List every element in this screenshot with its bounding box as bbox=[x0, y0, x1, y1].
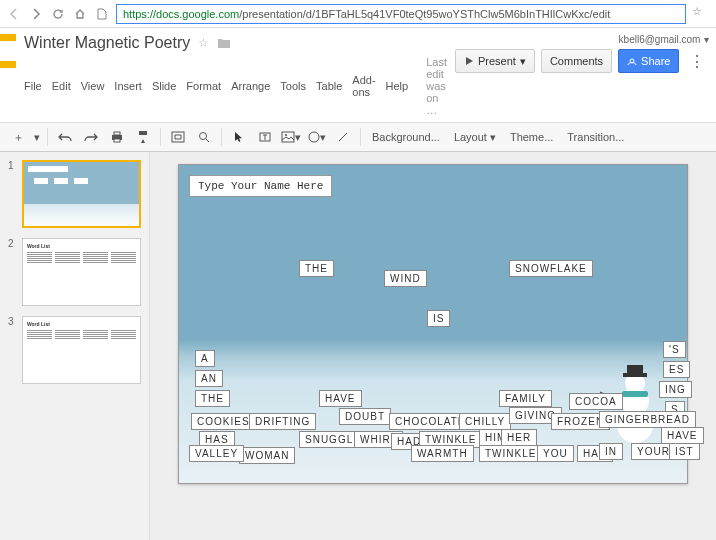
slide-panel[interactable]: 1 2 Word List 3 Word List bbox=[0, 152, 150, 540]
word-tile[interactable]: TWINKLE bbox=[479, 445, 542, 462]
menu-view[interactable]: View bbox=[81, 80, 105, 92]
word-tile[interactable]: ES bbox=[663, 361, 690, 378]
word-tile[interactable]: WOMAN bbox=[239, 447, 295, 464]
word-tile[interactable]: ING bbox=[659, 381, 692, 398]
overflow-menu-icon[interactable]: ⋮ bbox=[685, 52, 709, 71]
word-tile[interactable]: CHILLY bbox=[459, 413, 511, 430]
svg-rect-4 bbox=[172, 132, 184, 142]
word-tile[interactable]: GINGERBREAD bbox=[599, 411, 696, 428]
select-icon[interactable] bbox=[227, 125, 251, 149]
browser-chrome: https://docs.google.com/presentation/d/1… bbox=[0, 0, 716, 28]
new-slide-button[interactable]: ＋ bbox=[6, 125, 30, 149]
slide-thumb-2[interactable]: Word List bbox=[22, 238, 141, 306]
textbox-icon[interactable] bbox=[253, 125, 277, 149]
menu-addons[interactable]: Add-ons bbox=[352, 74, 375, 98]
url-protocol: https:// bbox=[123, 8, 156, 20]
paint-format-icon[interactable] bbox=[131, 125, 155, 149]
word-tile[interactable]: WIND bbox=[384, 270, 427, 287]
menu-tools[interactable]: Tools bbox=[280, 80, 306, 92]
canvas-area: Type Your Name Here THEWINDSNOWFLAKEISA'… bbox=[150, 152, 716, 540]
print-icon[interactable] bbox=[105, 125, 129, 149]
last-edit-text: Last edit was on … bbox=[426, 56, 447, 116]
word-tile[interactable]: AN bbox=[195, 370, 223, 387]
star-outline-icon[interactable]: ☆ bbox=[198, 36, 209, 50]
word-tile[interactable]: THE bbox=[195, 390, 230, 407]
workspace: 1 2 Word List 3 Word List Type Your Name… bbox=[0, 152, 716, 540]
canvas-scroll[interactable]: Type Your Name Here THEWINDSNOWFLAKEISA'… bbox=[150, 152, 716, 540]
svg-rect-2 bbox=[114, 139, 120, 142]
menu-arrange[interactable]: Arrange bbox=[231, 80, 270, 92]
url-path: /presentation/d/1BFTaHL5q41VF0teQt95woYS… bbox=[239, 8, 610, 20]
word-tile[interactable]: HAVE bbox=[661, 427, 704, 444]
account-email[interactable]: kbell6@gmail.com▾ bbox=[619, 34, 710, 45]
forward-icon[interactable] bbox=[28, 6, 44, 22]
word-tile[interactable]: HER bbox=[501, 429, 537, 446]
word-tile[interactable]: IN bbox=[599, 443, 623, 460]
menu-slide[interactable]: Slide bbox=[152, 80, 176, 92]
doc-title[interactable]: Winter Magnetic Poetry bbox=[24, 34, 190, 52]
slides-logo-icon[interactable] bbox=[0, 34, 16, 68]
menu-table[interactable]: Table bbox=[316, 80, 342, 92]
page-icon bbox=[94, 6, 110, 22]
slide-thumb-3[interactable]: Word List bbox=[22, 316, 141, 384]
image-icon[interactable]: ▾ bbox=[279, 125, 303, 149]
shape-icon[interactable]: ▾ bbox=[305, 125, 329, 149]
toolbar: ＋ ▾ ▾ ▾ Background... Layout▾ Theme... T… bbox=[0, 122, 716, 152]
svg-rect-7 bbox=[282, 132, 294, 142]
word-tile[interactable]: COCOA bbox=[569, 393, 623, 410]
word-tile[interactable]: YOU bbox=[537, 445, 574, 462]
chevron-down-icon: ▾ bbox=[520, 55, 526, 68]
word-tile[interactable]: 'S bbox=[663, 341, 686, 358]
slide-thumb-1[interactable] bbox=[22, 160, 141, 228]
transition-button[interactable]: Transition... bbox=[561, 131, 630, 143]
home-icon[interactable] bbox=[72, 6, 88, 22]
word-tile[interactable]: SNOWFLAKE bbox=[509, 260, 593, 277]
name-input-box[interactable]: Type Your Name Here bbox=[189, 175, 332, 197]
thumb-number: 2 bbox=[8, 238, 16, 306]
menu-format[interactable]: Format bbox=[186, 80, 221, 92]
redo-icon[interactable] bbox=[79, 125, 103, 149]
word-tile[interactable]: IST bbox=[669, 443, 700, 460]
thumb-number: 1 bbox=[8, 160, 16, 228]
thumb-number: 3 bbox=[8, 316, 16, 384]
svg-rect-1 bbox=[114, 132, 120, 135]
line-icon[interactable] bbox=[331, 125, 355, 149]
word-tile[interactable]: HAVE bbox=[319, 390, 362, 407]
svg-point-9 bbox=[309, 132, 319, 142]
svg-rect-3 bbox=[139, 131, 147, 135]
svg-point-5 bbox=[200, 133, 207, 140]
menu-help[interactable]: Help bbox=[386, 80, 409, 92]
zoom-icon[interactable] bbox=[192, 125, 216, 149]
layout-button[interactable]: Layout▾ bbox=[448, 131, 502, 144]
share-button[interactable]: Share bbox=[618, 49, 679, 73]
folder-icon[interactable] bbox=[217, 37, 231, 49]
present-button[interactable]: Present▾ bbox=[455, 49, 535, 73]
svg-point-8 bbox=[285, 134, 287, 136]
url-host: docs.google.com bbox=[156, 8, 239, 20]
zoom-fit-icon[interactable] bbox=[166, 125, 190, 149]
word-tile[interactable]: FAMILY bbox=[499, 390, 552, 407]
back-icon[interactable] bbox=[6, 6, 22, 22]
word-tile[interactable]: VALLEY bbox=[189, 445, 244, 462]
bookmark-star-icon[interactable]: ☆ bbox=[692, 5, 710, 23]
chevron-down-icon[interactable]: ▾ bbox=[32, 125, 42, 149]
undo-icon[interactable] bbox=[53, 125, 77, 149]
menu-insert[interactable]: Insert bbox=[114, 80, 142, 92]
menu-file[interactable]: File bbox=[24, 80, 42, 92]
comments-button[interactable]: Comments bbox=[541, 49, 612, 73]
word-tile[interactable]: THE bbox=[299, 260, 334, 277]
url-bar[interactable]: https://docs.google.com/presentation/d/1… bbox=[116, 4, 686, 24]
theme-button[interactable]: Theme... bbox=[504, 131, 559, 143]
word-tile[interactable]: DOUBT bbox=[339, 408, 391, 425]
word-tile[interactable]: COOKIES bbox=[191, 413, 256, 430]
word-tile[interactable]: WARMTH bbox=[411, 445, 474, 462]
word-tile[interactable]: A bbox=[195, 350, 215, 367]
word-tile[interactable]: IS bbox=[427, 310, 450, 327]
word-tile[interactable]: DRIFTING bbox=[249, 413, 316, 430]
background-button[interactable]: Background... bbox=[366, 131, 446, 143]
chevron-down-icon: ▾ bbox=[704, 34, 709, 45]
reload-icon[interactable] bbox=[50, 6, 66, 22]
app-header: Winter Magnetic Poetry ☆ File Edit View … bbox=[0, 28, 716, 122]
menu-edit[interactable]: Edit bbox=[52, 80, 71, 92]
slide-canvas[interactable]: Type Your Name Here THEWINDSNOWFLAKEISA'… bbox=[178, 164, 688, 484]
